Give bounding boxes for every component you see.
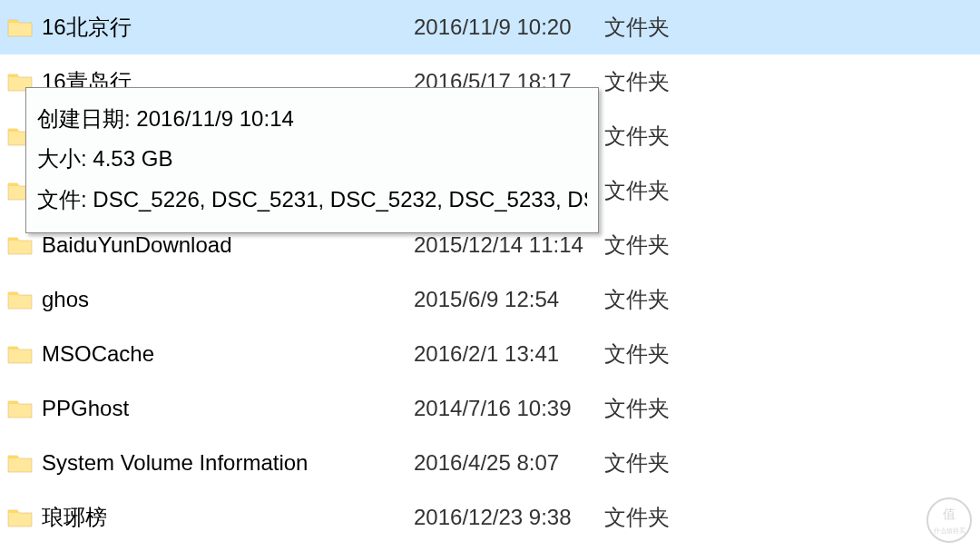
file-date: 2014/7/16 10:39 bbox=[414, 396, 604, 421]
file-name: 琅琊榜 bbox=[42, 503, 414, 532]
file-name: System Volume Information bbox=[42, 450, 414, 476]
list-item[interactable]: 琅琊榜 2016/12/23 9:38 文件夹 bbox=[0, 490, 980, 545]
folder-tooltip: 创建日期: 2016/11/9 10:14 大小: 4.53 GB 文件: DS… bbox=[25, 87, 599, 233]
list-item[interactable]: PPGhost 2014/7/16 10:39 文件夹 bbox=[0, 381, 980, 436]
file-type: 文件夹 bbox=[604, 503, 713, 532]
tooltip-files: 文件: DSC_5226, DSC_5231, DSC_5232, DSC_52… bbox=[37, 180, 587, 220]
file-date: 2016/4/25 8:07 bbox=[414, 450, 604, 476]
file-type: 文件夹 bbox=[604, 176, 713, 205]
svg-text:值: 值 bbox=[943, 507, 956, 521]
file-type: 文件夹 bbox=[604, 67, 713, 96]
file-name: BaiduYunDownload bbox=[42, 232, 414, 258]
folder-icon bbox=[7, 290, 33, 310]
file-type: 文件夹 bbox=[604, 285, 713, 314]
file-date: 2016/11/9 10:20 bbox=[414, 15, 604, 40]
list-item[interactable]: System Volume Information 2016/4/25 8:07… bbox=[0, 436, 980, 490]
folder-icon bbox=[7, 344, 33, 364]
file-list: 16北京行 2016/11/9 10:20 文件夹 16青岛行 2016/5/1… bbox=[0, 0, 980, 545]
watermark-logo: 值 什么值得买 bbox=[926, 497, 973, 544]
folder-icon bbox=[7, 453, 33, 473]
file-name: MSOCache bbox=[42, 341, 414, 367]
folder-icon bbox=[7, 507, 33, 527]
file-type: 文件夹 bbox=[604, 13, 713, 42]
file-name: 16北京行 bbox=[42, 13, 414, 42]
file-type: 文件夹 bbox=[604, 394, 713, 423]
file-date: 2016/2/1 13:41 bbox=[414, 341, 604, 367]
file-type: 文件夹 bbox=[604, 448, 713, 477]
file-type: 文件夹 bbox=[604, 339, 713, 369]
folder-icon bbox=[7, 398, 33, 418]
list-item[interactable]: ghos 2015/6/9 12:54 文件夹 bbox=[0, 272, 980, 327]
file-date: 2015/6/9 12:54 bbox=[414, 287, 604, 312]
file-name: ghos bbox=[42, 287, 414, 312]
file-date: 2016/12/23 9:38 bbox=[414, 505, 604, 530]
file-type: 文件夹 bbox=[604, 231, 713, 260]
tooltip-size: 大小: 4.53 GB bbox=[37, 139, 587, 179]
svg-text:什么值得买: 什么值得买 bbox=[933, 527, 965, 535]
list-item[interactable]: MSOCache 2016/2/1 13:41 文件夹 bbox=[0, 327, 980, 381]
file-name: PPGhost bbox=[42, 396, 414, 421]
file-date: 2015/12/14 11:14 bbox=[414, 232, 604, 258]
file-type: 文件夹 bbox=[604, 122, 713, 151]
folder-icon bbox=[7, 235, 33, 255]
folder-icon bbox=[7, 17, 33, 37]
tooltip-creation-date: 创建日期: 2016/11/9 10:14 bbox=[37, 99, 587, 139]
list-item[interactable]: 16北京行 2016/11/9 10:20 文件夹 bbox=[0, 0, 980, 54]
